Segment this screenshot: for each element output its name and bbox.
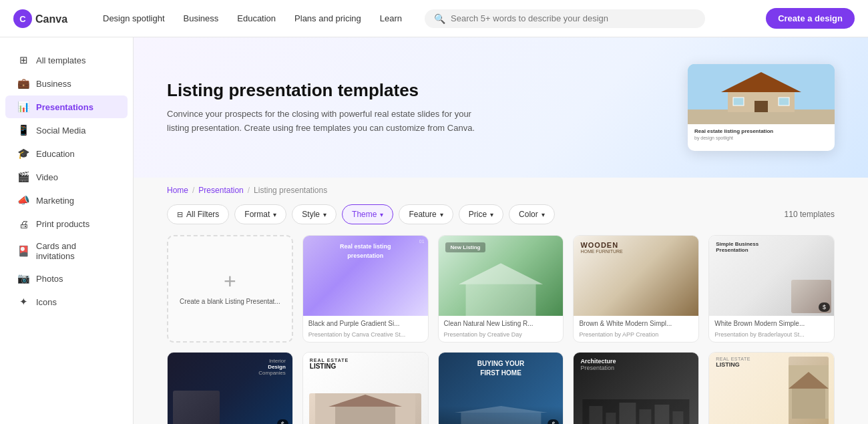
all-filters-label: All Filters — [186, 210, 219, 219]
svg-marker-16 — [454, 406, 548, 413]
logo[interactable]: C Canva — [13, 9, 73, 28]
hero-img-subtitle: by design spotlight — [694, 136, 828, 140]
sidebar-item-business[interactable]: 💼 Business — [5, 72, 128, 95]
card-thumb-beige: Real Estate LISTING — [709, 353, 834, 424]
sidebar-label-photos: Photos — [36, 274, 63, 284]
svg-rect-9 — [779, 97, 789, 105]
svg-rect-20 — [620, 403, 636, 424]
template-card-arch[interactable]: Architecture Presentation — [573, 352, 699, 424]
topnav-design-spotlight[interactable]: Design spotlight — [95, 9, 173, 27]
content-area: Listing presentation templates Convince … — [134, 37, 868, 424]
template-count: 110 templates — [785, 210, 835, 219]
svg-rect-10 — [465, 284, 535, 316]
topnav-learn[interactable]: Learn — [372, 9, 410, 27]
topnav-links: Design spotlight Business Education Plan… — [95, 9, 410, 27]
search-input[interactable] — [451, 13, 696, 23]
dollar-badge-darkinterior: $ — [277, 419, 288, 424]
template-card-bluehome[interactable]: BUYING YOURFIRST HOME $ Buying Your Firs… — [438, 352, 564, 424]
sidebar-item-cards-invitations[interactable]: 🎴 Cards and invitations — [5, 236, 128, 266]
template-card-whitegray[interactable]: Simple BusinessPresentation $ White Brow… — [708, 235, 835, 343]
page-title: Listing presentation templates — [167, 80, 487, 101]
breadcrumb-presentation[interactable]: Presentation — [198, 186, 243, 195]
breadcrumb-current: Listing presentations — [254, 186, 327, 195]
create-design-button[interactable]: Create a design — [766, 8, 855, 29]
svg-rect-23 — [673, 411, 684, 424]
sidebar-item-all-templates[interactable]: ⊞ All templates — [5, 49, 128, 71]
topnav-actions: Create a design — [766, 8, 855, 29]
svg-rect-18 — [590, 406, 603, 424]
sidebar-item-print-products[interactable]: 🖨 Print products — [5, 212, 128, 235]
svg-rect-7 — [754, 101, 768, 112]
template-card-darkinterior[interactable]: Interior Design Companies $ White Brown … — [167, 352, 293, 424]
format-filter-button[interactable]: Format ▾ — [234, 204, 286, 224]
card-thumb-darkinterior: Interior Design Companies $ — [168, 353, 292, 424]
svg-rect-21 — [640, 409, 652, 424]
dollar-badge-whitegray: $ — [819, 302, 830, 312]
sidebar-item-presentations[interactable]: 📊 Presentations — [5, 95, 128, 118]
sidebar-label-all-templates: All templates — [36, 55, 85, 65]
social-media-icon: 📱 — [17, 124, 29, 136]
svg-text:Canva: Canva — [35, 13, 67, 25]
filter-icon: ⊟ — [177, 210, 183, 219]
all-filters-button[interactable]: ⊟ All Filters — [167, 204, 229, 224]
template-card-green[interactable]: New Listing Clean Natural New Listing R.… — [438, 235, 564, 343]
education-icon: 🎓 — [17, 148, 29, 160]
card-thumb-whitegray: Simple BusinessPresentation $ — [709, 236, 834, 316]
card-by-whitegray: Presentation by Braderlayout St... — [709, 331, 834, 342]
card-label-green: Clean Natural New Listing R... — [439, 316, 564, 331]
feature-chevron-icon: ▾ — [440, 211, 443, 218]
search-icon: 🔍 — [434, 13, 445, 24]
breadcrumb-home[interactable]: Home — [167, 186, 188, 195]
business-icon: 💼 — [17, 77, 29, 89]
sidebar-label-cards-invitations: Cards and invitations — [36, 241, 116, 261]
print-icon: 🖨 — [17, 218, 29, 230]
breadcrumb-sep-1: / — [192, 186, 194, 195]
format-chevron-icon: ▾ — [273, 211, 276, 218]
color-filter-button[interactable]: Color ▾ — [509, 204, 555, 224]
sidebar-item-photos[interactable]: 📷 Photos — [5, 267, 128, 290]
create-blank-card[interactable]: + Create a blank Listing Presentat... — [167, 235, 293, 343]
template-card-brown[interactable]: WOODEN HOME FURNITURE Brown & White Mode… — [573, 235, 699, 343]
presentations-icon: 📊 — [17, 101, 29, 113]
svg-text:C: C — [19, 14, 26, 24]
card-by-purple: Presentation by Canva Creative St... — [303, 331, 428, 342]
topnav-plans[interactable]: Plans and pricing — [286, 9, 369, 27]
style-filter-button[interactable]: Style ▾ — [292, 204, 337, 224]
topnav-business[interactable]: Business — [176, 9, 227, 27]
feature-label: Feature — [409, 210, 436, 219]
price-label: Price — [469, 210, 487, 219]
hero-subtitle: Convince your prospects for the closing … — [167, 108, 487, 136]
template-card-purple[interactable]: Real estate listingpresentation 01 Black… — [302, 235, 429, 343]
sidebar-item-video[interactable]: 🎬 Video — [5, 166, 128, 188]
card-by-brown: Presentation by APP Creation — [574, 331, 698, 342]
video-icon: 🎬 — [17, 171, 29, 183]
search-bar: 🔍 — [425, 9, 705, 28]
topnav-education[interactable]: Education — [229, 9, 284, 27]
sidebar-item-social-media[interactable]: 📱 Social Media — [5, 119, 128, 142]
style-label: Style — [302, 210, 320, 219]
card-thumb-bluehome: BUYING YOURFIRST HOME $ — [439, 353, 564, 424]
card-thumb-brown: WOODEN HOME FURNITURE — [574, 236, 698, 316]
template-card-realestate-white[interactable]: REAL ESTATE LISTING Real Estate Listin — [302, 352, 429, 424]
theme-filter-button[interactable]: Theme ▾ — [342, 204, 393, 224]
hero-img-title: Real estate listing presentation — [694, 128, 828, 134]
sidebar-label-social-media: Social Media — [36, 126, 85, 136]
feature-filter-button[interactable]: Feature ▾ — [399, 204, 453, 224]
color-label: Color — [519, 210, 538, 219]
sidebar-item-education[interactable]: 🎓 Education — [5, 142, 128, 165]
hero-section: Listing presentation templates Convince … — [134, 37, 868, 178]
sidebar-label-presentations: Presentations — [36, 102, 93, 112]
sidebar-item-marketing[interactable]: 📣 Marketing — [5, 189, 128, 212]
sidebar-label-video: Video — [36, 172, 58, 182]
filter-bar: ⊟ All Filters Format ▾ Style ▾ Theme ▾ F… — [134, 199, 868, 232]
card-thumb-realestate-white: REAL ESTATE LISTING — [303, 353, 428, 424]
price-chevron-icon: ▾ — [490, 211, 493, 218]
template-card-beige[interactable]: Real Estate LISTING Real Estate Listin — [708, 352, 835, 424]
templates-grid: + Create a blank Listing Presentat... Re… — [134, 232, 868, 424]
theme-label: Theme — [352, 210, 377, 219]
sidebar-item-icons[interactable]: ✦ Icons — [5, 290, 128, 313]
price-filter-button[interactable]: Price ▾ — [459, 204, 503, 224]
breadcrumb-sep-2: / — [248, 186, 250, 195]
svg-rect-25 — [792, 389, 825, 419]
theme-chevron-icon: ▾ — [380, 211, 383, 218]
